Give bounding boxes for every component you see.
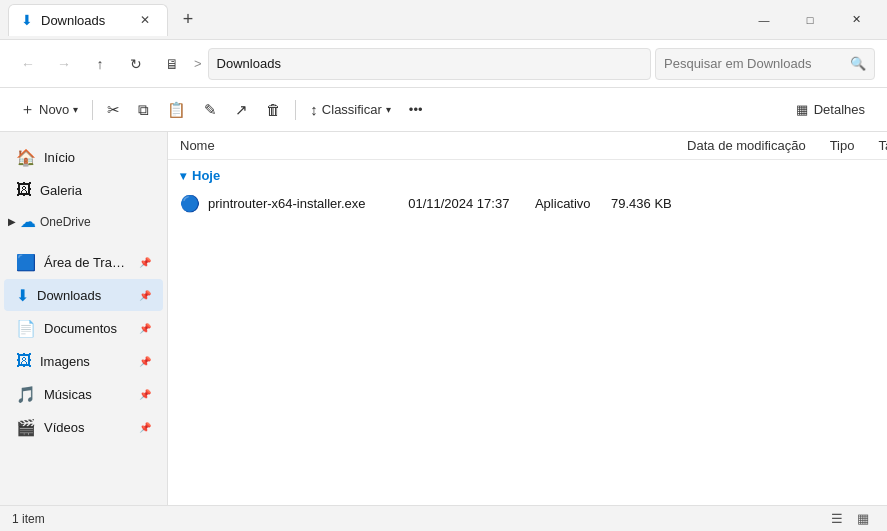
details-button[interactable]: ▦ Detalhes <box>786 94 875 126</box>
cut-button[interactable]: ✂ <box>99 94 128 126</box>
item-count: 1 item <box>12 512 45 526</box>
group-header-today[interactable]: ▾ Hoje <box>168 160 887 187</box>
share-button[interactable]: ↗ <box>227 94 256 126</box>
view-buttons: ☰ ▦ <box>825 508 875 530</box>
share-icon: ↗ <box>235 101 248 119</box>
back-button[interactable]: ← <box>12 48 44 80</box>
pin-icon: 📌 <box>139 323 151 334</box>
list-view-button[interactable]: ☰ <box>825 508 849 530</box>
file-icon: 🔵 <box>180 194 200 213</box>
sidebar-item-label: Downloads <box>37 288 131 303</box>
sidebar-item-inicio[interactable]: 🏠 Início <box>4 141 163 173</box>
status-bar: 1 item ☰ ▦ <box>0 505 887 531</box>
title-bar: ⬇ Downloads ✕ + — □ ✕ <box>0 0 887 40</box>
close-button[interactable]: ✕ <box>833 4 879 36</box>
new-chevron-icon: ▾ <box>73 104 78 115</box>
sort-label: Classificar <box>322 102 382 117</box>
sidebar-item-label: Imagens <box>40 354 131 369</box>
images-icon: 🖼 <box>16 352 32 370</box>
sidebar-item-label: Área de Traba... <box>44 255 131 270</box>
column-headers: Nome Data de modificação Tipo Tamanho <box>168 132 887 160</box>
column-type[interactable]: Tipo <box>818 132 867 160</box>
minimize-button[interactable]: — <box>741 4 787 36</box>
sidebar-item-videos[interactable]: 🎬 Vídeos 📌 <box>4 411 163 443</box>
sidebar-item-galeria[interactable]: 🖼 Galeria <box>4 174 163 206</box>
file-type: Aplicativo <box>523 190 599 218</box>
sidebar-item-label: Início <box>44 150 151 165</box>
paste-button[interactable]: 📋 <box>159 94 194 126</box>
browser-tab[interactable]: ⬇ Downloads ✕ <box>8 4 168 36</box>
cloud-icon: ☁ <box>20 212 36 231</box>
sort-button[interactable]: ↕ Classificar ▾ <box>302 94 398 126</box>
music-icon: 🎵 <box>16 385 36 404</box>
breadcrumb[interactable]: Downloads <box>208 48 651 80</box>
pin-icon: 📌 <box>139 290 151 301</box>
sidebar-item-label: Galeria <box>40 183 151 198</box>
group-header-label: Hoje <box>192 168 220 183</box>
group-header-row: ▾ Hoje <box>168 160 887 188</box>
column-date[interactable]: Data de modificação <box>675 132 818 160</box>
sidebar-item-imagens[interactable]: 🖼 Imagens 📌 <box>4 345 163 377</box>
sidebar-item-downloads[interactable]: ⬇ Downloads 📌 <box>4 279 163 311</box>
refresh-button[interactable]: ↻ <box>120 48 152 80</box>
toolbar-separator-1 <box>92 100 93 120</box>
copy-icon: ⧉ <box>138 101 149 119</box>
home-icon: 🏠 <box>16 148 36 167</box>
file-table: Nome Data de modificação Tipo Tamanho ▾ … <box>168 132 887 220</box>
search-icon: 🔍 <box>850 56 866 71</box>
sidebar: 🏠 Início 🖼 Galeria ▶ ☁ OneDrive 🟦 Área d… <box>0 132 168 505</box>
more-icon: ••• <box>409 102 423 117</box>
new-tab-button[interactable]: + <box>172 4 204 36</box>
sidebar-item-label: OneDrive <box>40 215 91 229</box>
delete-button[interactable]: 🗑 <box>258 94 289 126</box>
rename-icon: ✎ <box>204 101 217 119</box>
maximize-button[interactable]: □ <box>787 4 833 36</box>
up-button[interactable]: ↑ <box>84 48 116 80</box>
tab-close-button[interactable]: ✕ <box>135 10 155 30</box>
table-row[interactable]: 🔵 printrouter-x64-installer.exe 01/11/20… <box>168 188 675 220</box>
address-bar: ← → ↑ ↻ 🖥 > Downloads 🔍 <box>0 40 887 88</box>
file-size: 79.436 KB <box>599 190 675 218</box>
sidebar-item-label: Documentos <box>44 321 131 336</box>
more-button[interactable]: ••• <box>401 94 431 126</box>
pin-icon: 📌 <box>139 356 151 367</box>
sidebar-item-documentos[interactable]: 📄 Documentos 📌 <box>4 312 163 344</box>
tab-download-icon: ⬇ <box>21 12 33 28</box>
copy-button[interactable]: ⧉ <box>130 94 157 126</box>
cut-icon: ✂ <box>107 101 120 119</box>
toolbar-separator-2 <box>295 100 296 120</box>
column-size[interactable]: Tamanho <box>866 132 887 160</box>
desktop-icon: 🟦 <box>16 253 36 272</box>
breadcrumb-separator: > <box>194 56 202 71</box>
forward-button[interactable]: → <box>48 48 80 80</box>
detail-view-button[interactable]: ▦ <box>851 508 875 530</box>
expand-icon: ▶ <box>8 216 16 227</box>
sidebar-item-desktop[interactable]: 🟦 Área de Traba... 📌 <box>4 246 163 278</box>
documents-icon: 📄 <box>16 319 36 338</box>
pin-icon: 📌 <box>139 422 151 433</box>
sidebar-item-label: Vídeos <box>44 420 131 435</box>
tab-title: Downloads <box>41 13 127 28</box>
new-icon: ＋ <box>20 100 35 119</box>
sort-icon: ↕ <box>310 101 318 118</box>
videos-icon: 🎬 <box>16 418 36 437</box>
rename-button[interactable]: ✎ <box>196 94 225 126</box>
sidebar-item-musicas[interactable]: 🎵 Músicas 📌 <box>4 378 163 410</box>
file-date: 01/11/2024 17:37 <box>396 190 523 218</box>
column-name[interactable]: Nome <box>168 132 675 160</box>
window-controls: — □ ✕ <box>741 4 879 36</box>
file-name-cell: 🔵 printrouter-x64-installer.exe <box>168 188 396 220</box>
new-label: Novo <box>39 102 69 117</box>
monitor-icon[interactable]: 🖥 <box>156 48 188 80</box>
new-button[interactable]: ＋ Novo ▾ <box>12 94 86 126</box>
file-name: printrouter-x64-installer.exe <box>208 196 366 211</box>
sidebar-group-onedrive[interactable]: ▶ ☁ OneDrive <box>0 208 167 235</box>
main-content: 🏠 Início 🖼 Galeria ▶ ☁ OneDrive 🟦 Área d… <box>0 132 887 505</box>
details-label: Detalhes <box>814 102 865 117</box>
search-box[interactable]: 🔍 <box>655 48 875 80</box>
search-input[interactable] <box>664 56 846 71</box>
breadcrumb-path: Downloads <box>217 56 281 71</box>
pin-icon: 📌 <box>139 257 151 268</box>
gallery-icon: 🖼 <box>16 181 32 199</box>
pin-icon: 📌 <box>139 389 151 400</box>
